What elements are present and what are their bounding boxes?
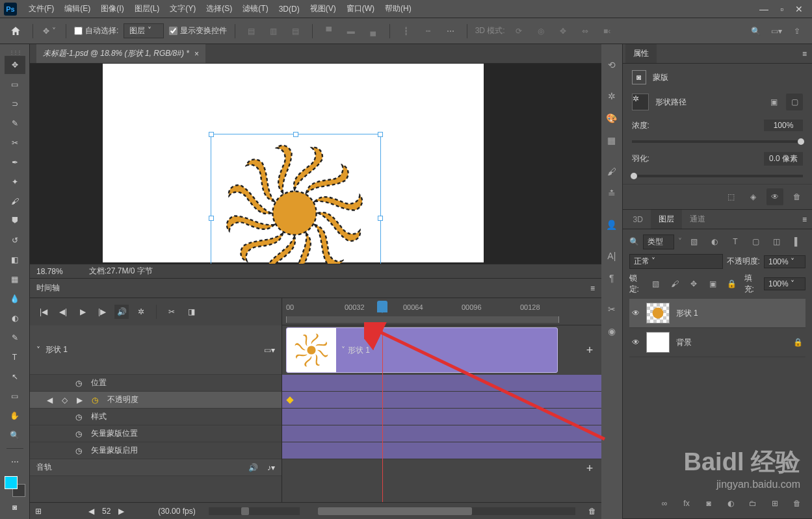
lock-position-icon[interactable]: ✥ bbox=[687, 275, 701, 292]
healing-tool[interactable]: ✦ bbox=[5, 173, 25, 191]
mute-icon[interactable]: 🔊 bbox=[114, 305, 129, 319]
adjustments-panel-icon[interactable]: ≛ bbox=[603, 184, 621, 203]
brushes-panel-icon[interactable]: 🖌 bbox=[603, 162, 621, 181]
convert-frames-icon[interactable]: ⊞ bbox=[35, 507, 42, 516]
lock-artboard-icon[interactable]: ▣ bbox=[706, 275, 720, 292]
next-key-icon[interactable]: ▶ bbox=[77, 396, 83, 405]
goto-start-icon[interactable]: |◀ bbox=[36, 305, 51, 319]
swatches-panel-icon[interactable]: ▦ bbox=[603, 131, 621, 149]
lock-all-icon[interactable]: 🔒 bbox=[725, 275, 739, 292]
audio-options-icon[interactable]: ♪▾ bbox=[267, 463, 275, 472]
window-maximize-icon[interactable]: ▫ bbox=[780, 4, 783, 14]
layer-thumbnail[interactable] bbox=[646, 303, 670, 323]
align-top-icon[interactable]: ▀ bbox=[321, 23, 337, 40]
brush-tool[interactable]: 🖌 bbox=[5, 192, 25, 210]
blur-tool[interactable]: 💧 bbox=[5, 290, 25, 308]
auto-select-checkbox[interactable] bbox=[74, 27, 83, 35]
new-group-icon[interactable]: 🗀 bbox=[744, 495, 761, 512]
chevron-down-icon[interactable]: ˅ bbox=[36, 346, 40, 355]
menu-file[interactable]: 文件(F) bbox=[23, 3, 59, 14]
color-swatches[interactable] bbox=[5, 476, 25, 497]
timeline-audio-track[interactable]: 音轨 🔊 ♪▾ bbox=[30, 459, 282, 476]
playhead[interactable] bbox=[377, 301, 387, 312]
gradient-tool[interactable]: ▦ bbox=[5, 270, 25, 288]
add-audio-icon[interactable]: + bbox=[582, 461, 597, 476]
lock-pixels-icon[interactable]: ▧ bbox=[649, 275, 662, 292]
filter-toggle[interactable]: ▌ bbox=[789, 233, 805, 250]
quick-mask-icon[interactable]: ◙ bbox=[5, 498, 25, 516]
zoom-tool[interactable]: 🔍 bbox=[5, 426, 25, 444]
3d-orbit-icon[interactable]: ⟳ bbox=[510, 23, 527, 40]
search-icon[interactable]: 🔍 bbox=[747, 23, 764, 40]
character-panel-icon[interactable]: A| bbox=[603, 247, 621, 265]
filter-pixel-icon[interactable]: ▧ bbox=[686, 233, 703, 250]
filter-adj-icon[interactable]: ◐ bbox=[706, 233, 723, 250]
timeline-prop-vmask-enable[interactable]: ◷矢量蒙版启用 bbox=[30, 442, 282, 459]
layer-style-icon[interactable]: fx bbox=[678, 495, 695, 512]
timeline-prop-opacity[interactable]: ◀◇▶◷不透明度 bbox=[30, 392, 282, 409]
visibility-icon[interactable]: 👁 bbox=[632, 338, 640, 347]
align-center-h-icon[interactable]: ▥ bbox=[265, 23, 282, 40]
menu-view[interactable]: 视图(V) bbox=[305, 3, 341, 14]
link-layers-icon[interactable]: ∞ bbox=[656, 495, 673, 512]
feather-value[interactable]: 0.0 像素 bbox=[764, 152, 803, 166]
show-transform-checkbox[interactable] bbox=[169, 27, 177, 35]
canvas[interactable] bbox=[30, 64, 601, 264]
filter-shape-icon[interactable]: ▢ bbox=[748, 233, 765, 250]
properties-tab[interactable]: 属性 bbox=[625, 44, 657, 63]
prev-key-icon[interactable]: ◀ bbox=[47, 396, 53, 405]
layer-name[interactable]: 形状 1 bbox=[676, 308, 698, 319]
opacity-value[interactable]: 100% ˅ bbox=[764, 255, 805, 268]
trash-icon[interactable]: 🗑 bbox=[588, 507, 596, 516]
transform-bounding-box[interactable] bbox=[211, 134, 381, 264]
panel-menu-icon[interactable]: ≡ bbox=[590, 284, 595, 293]
density-value[interactable]: 100% bbox=[764, 120, 803, 131]
3d-slide-icon[interactable]: ⇔ bbox=[577, 23, 594, 40]
split-icon[interactable]: ✂ bbox=[164, 305, 179, 319]
more-align-icon[interactable]: ⋯ bbox=[442, 23, 459, 40]
transition-icon[interactable]: ◨ bbox=[184, 305, 198, 319]
move-tool[interactable]: ✥ bbox=[5, 56, 25, 74]
tools-panel-icon[interactable]: ✂ bbox=[603, 300, 621, 318]
channels-tab[interactable]: 通道 bbox=[682, 210, 713, 229]
timeline-zoom-slider[interactable] bbox=[209, 507, 300, 515]
current-frame[interactable]: 52 bbox=[102, 507, 111, 516]
timeline-prop-position[interactable]: ◷位置 bbox=[30, 375, 282, 392]
menu-window[interactable]: 窗口(W) bbox=[341, 3, 380, 14]
move-tool-icon[interactable]: ✥ ˅ bbox=[41, 23, 58, 40]
keyframe-icon[interactable] bbox=[286, 396, 293, 403]
menu-help[interactable]: 帮助(H) bbox=[380, 3, 417, 14]
edit-toolbar-icon[interactable]: ⋯ bbox=[5, 453, 25, 471]
filter-smart-icon[interactable]: ◫ bbox=[768, 233, 785, 250]
fg-color-swatch[interactable] bbox=[5, 476, 18, 489]
window-close-icon[interactable]: ✕ bbox=[795, 4, 803, 14]
layers-tab[interactable]: 图层 bbox=[651, 210, 682, 229]
align-center-v-icon[interactable]: ▬ bbox=[343, 23, 360, 40]
layer-filter-kind[interactable]: 类型 bbox=[643, 234, 674, 249]
audio-mute-icon[interactable]: 🔊 bbox=[248, 463, 258, 472]
align-right-icon[interactable]: ▤ bbox=[287, 23, 304, 40]
stopwatch-icon[interactable]: ◷ bbox=[75, 379, 82, 388]
screen-mode-icon[interactable]: ▭▾ bbox=[768, 23, 785, 40]
panel-menu-icon[interactable]: ≡ bbox=[797, 215, 812, 224]
timeline-prop-style[interactable]: ◷样式 bbox=[30, 409, 282, 425]
add-pixel-mask-icon[interactable]: ▣ bbox=[765, 94, 782, 110]
window-minimize-icon[interactable]: — bbox=[759, 4, 768, 14]
density-slider[interactable] bbox=[632, 140, 803, 143]
3d-pan-icon[interactable]: ✥ bbox=[555, 23, 571, 40]
panel-menu-icon[interactable]: ≡ bbox=[797, 49, 812, 58]
hand-tool[interactable]: ✋ bbox=[5, 407, 25, 425]
next-frame-icon[interactable]: |▶ bbox=[95, 305, 109, 319]
settings-icon[interactable]: ✲ bbox=[134, 305, 148, 319]
distribute-h-icon[interactable]: ┇ bbox=[398, 23, 415, 40]
auto-select-target-dropdown[interactable]: 图层 ˅ bbox=[124, 23, 163, 38]
eraser-tool[interactable]: ◧ bbox=[5, 251, 25, 269]
layer-thumbnail[interactable] bbox=[646, 332, 670, 353]
add-track-icon[interactable]: + bbox=[582, 342, 597, 358]
add-vector-mask-icon[interactable]: ▢ bbox=[786, 94, 803, 110]
timeline-tab[interactable]: 时间轴 bbox=[36, 283, 60, 294]
paragraph-panel-icon[interactable]: ¶ bbox=[603, 269, 621, 287]
blend-mode-dropdown[interactable]: 正常 ˅ bbox=[629, 254, 723, 269]
timeline-tracks[interactable]: 00 00032 00064 00096 00128 ˅形状 1 bbox=[282, 298, 601, 502]
load-selection-icon[interactable]: ⬚ bbox=[722, 188, 739, 205]
